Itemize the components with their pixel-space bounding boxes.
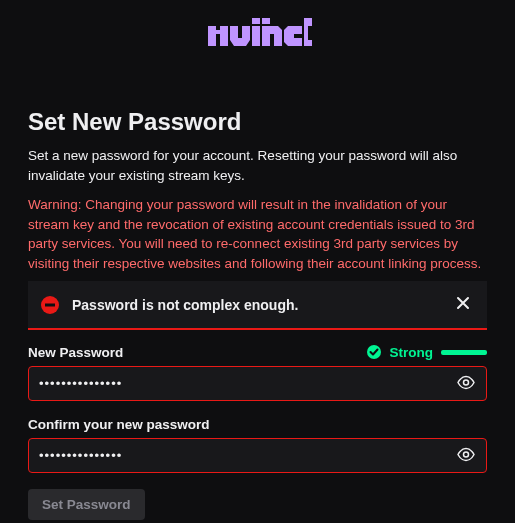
svg-rect-1 — [45, 303, 55, 306]
toggle-confirm-password-visibility[interactable] — [453, 441, 479, 470]
twitch-logo — [202, 18, 314, 60]
close-icon — [455, 295, 471, 314]
error-icon — [40, 295, 60, 315]
set-password-button[interactable]: Set Password — [28, 489, 145, 520]
new-password-label-row: New Password Strong — [28, 344, 487, 360]
confirm-password-label: Confirm your new password — [28, 417, 487, 432]
eye-icon — [457, 445, 475, 466]
eye-icon — [457, 373, 475, 394]
toggle-new-password-visibility[interactable] — [453, 369, 479, 398]
new-password-label: New Password — [28, 345, 366, 360]
strength-label: Strong — [390, 345, 434, 360]
description-text: Set a new password for your account. Res… — [28, 146, 487, 185]
password-strength: Strong — [366, 344, 488, 360]
strength-bar — [441, 350, 487, 355]
alert-message: Password is not complex enough. — [72, 297, 451, 313]
svg-point-4 — [464, 452, 469, 457]
confirm-password-input-wrap — [28, 438, 487, 473]
new-password-input-wrap — [28, 366, 487, 401]
error-alert: Password is not complex enough. — [28, 281, 487, 330]
check-circle-icon — [366, 344, 382, 360]
svg-point-3 — [464, 380, 469, 385]
logo-container — [0, 0, 515, 60]
new-password-input[interactable] — [28, 366, 487, 401]
close-alert-button[interactable] — [451, 291, 475, 318]
form-container: Set New Password Set a new password for … — [0, 88, 515, 523]
confirm-password-input[interactable] — [28, 438, 487, 473]
page-title: Set New Password — [28, 108, 487, 136]
warning-text: Warning: Changing your password will res… — [28, 195, 487, 273]
confirm-password-label-row: Confirm your new password — [28, 417, 487, 432]
